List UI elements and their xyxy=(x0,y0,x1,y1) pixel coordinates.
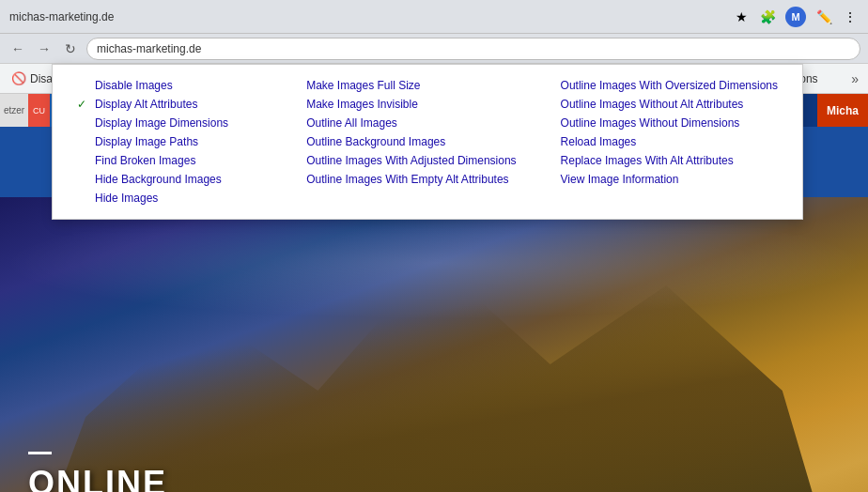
menu-item-make-invisible[interactable]: Make Images Invisible xyxy=(283,95,521,114)
more-icon[interactable]: ⋮ xyxy=(842,8,859,25)
hero-line-decoration xyxy=(28,452,52,454)
cloud-glow xyxy=(0,207,868,319)
hero-content: ONLINE xyxy=(28,452,167,492)
pen-icon[interactable]: ✏️ xyxy=(815,8,832,25)
hero-section: ONLINE xyxy=(0,197,868,492)
menu-item-hide-background[interactable]: Hide Background Images xyxy=(71,170,268,189)
site-header-left-label: etzer xyxy=(0,94,28,127)
menu-column-2: Make Images Full Size Make Images Invisi… xyxy=(275,76,529,208)
address-input[interactable]: michas-marketing.de xyxy=(86,38,860,60)
disable-icon: 🚫 xyxy=(11,71,26,85)
menu-item-display-paths[interactable]: Display Image Paths xyxy=(71,132,268,151)
browser-title: michas-marketing.de xyxy=(9,10,725,23)
menu-item-replace-with-alt[interactable]: Replace Images With Alt Attributes xyxy=(537,151,783,170)
address-bar: ← → ↻ michas-marketing.de xyxy=(0,34,868,64)
dropdown-columns: Disable Images ✓ Display Alt Attributes … xyxy=(53,72,802,211)
menu-item-outline-without-alt[interactable]: Outline Images Without Alt Attributes xyxy=(537,95,783,114)
browser-bar: michas-marketing.de ★ 🧩 M ✏️ ⋮ xyxy=(0,0,868,34)
profile-icon[interactable]: M xyxy=(785,7,806,27)
menu-item-view-info[interactable]: View Image Information xyxy=(537,170,783,189)
menu-item-find-broken[interactable]: Find Broken Images xyxy=(71,151,268,170)
browser-icons: ★ 🧩 M ✏️ ⋮ xyxy=(733,7,859,27)
menu-item-disable-images[interactable]: Disable Images xyxy=(71,76,268,95)
menu-item-outline-background[interactable]: Outline Background Images xyxy=(283,132,521,151)
forward-button[interactable]: → xyxy=(34,38,54,59)
back-button[interactable]: ← xyxy=(8,38,28,59)
menu-item-outline-without-dimensions[interactable]: Outline Images Without Dimensions xyxy=(537,114,783,132)
check-icon: ✓ xyxy=(77,98,90,111)
hero-text: ONLINE xyxy=(28,464,167,492)
site-header-user: Micha xyxy=(817,94,868,127)
menu-column-1: Disable Images ✓ Display Alt Attributes … xyxy=(64,76,275,208)
menu-item-display-dimensions[interactable]: Display Image Dimensions xyxy=(71,114,268,132)
menu-item-hide-images[interactable]: Hide Images xyxy=(71,189,268,208)
menu-item-reload-images[interactable]: Reload Images xyxy=(537,132,783,151)
menu-item-display-alt[interactable]: ✓ Display Alt Attributes xyxy=(71,95,268,114)
images-dropdown-menu: Disable Images ✓ Display Alt Attributes … xyxy=(52,64,803,220)
toolbar-more-button[interactable]: » xyxy=(845,69,864,89)
menu-item-make-full-size[interactable]: Make Images Full Size xyxy=(283,76,521,95)
menu-item-outline-all[interactable]: Outline All Images xyxy=(283,114,521,132)
star-icon[interactable]: ★ xyxy=(733,8,750,25)
menu-item-outline-empty-alt[interactable]: Outline Images With Empty Alt Attributes xyxy=(283,170,521,189)
menu-item-outline-adjusted[interactable]: Outline Images With Adjusted Dimensions xyxy=(283,151,521,170)
menu-item-outline-oversized[interactable]: Outline Images With Oversized Dimensions xyxy=(537,76,783,95)
menu-column-3: Outline Images With Oversized Dimensions… xyxy=(530,76,791,208)
reload-button[interactable]: ↻ xyxy=(60,38,81,59)
puzzle-icon[interactable]: 🧩 xyxy=(759,8,776,25)
site-header-ext: CU xyxy=(28,94,50,127)
